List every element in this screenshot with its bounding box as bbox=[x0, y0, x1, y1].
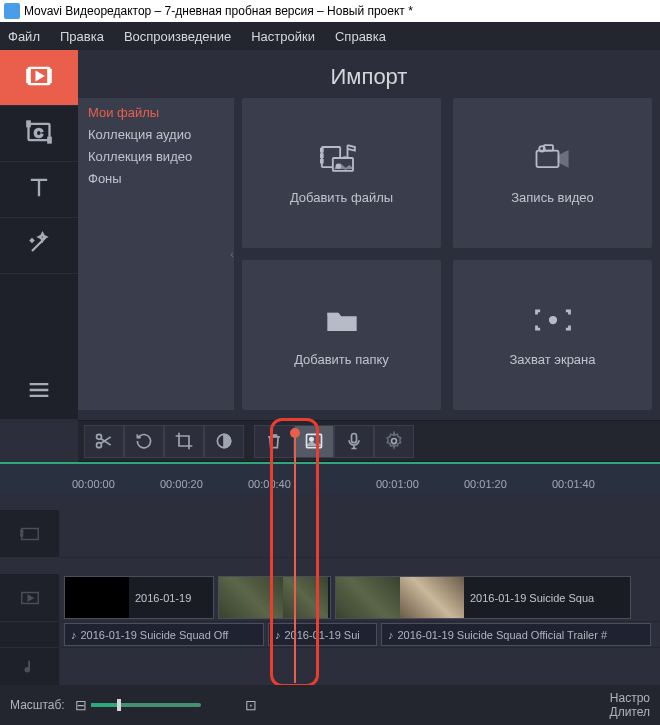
import-tiles: Добавить файлы Запись видео Добавить пап… bbox=[242, 98, 652, 410]
tile-screen-capture[interactable]: Захват экрана bbox=[453, 260, 652, 410]
image-button[interactable] bbox=[294, 425, 334, 458]
film-music-icon bbox=[320, 140, 364, 189]
tile-label: Захват экрана bbox=[509, 351, 595, 368]
tile-label: Запись видео bbox=[511, 189, 593, 206]
rail-import[interactable] bbox=[0, 50, 78, 106]
menu-settings[interactable]: Настройки bbox=[251, 29, 315, 44]
overlay-track-header[interactable] bbox=[0, 510, 60, 558]
import-panel: Импорт Мои файлы Коллекция аудио Коллекц… bbox=[78, 50, 660, 420]
tile-label: Добавить папку bbox=[294, 351, 389, 368]
svg-rect-2 bbox=[27, 75, 29, 77]
title-bar: Movavi Видеоредактор – 7-дневная пробная… bbox=[0, 0, 660, 22]
zoom-label: Масштаб: bbox=[10, 698, 65, 712]
music-track-body[interactable] bbox=[60, 648, 660, 688]
zoom-slider[interactable]: ⊟ ⊡ bbox=[75, 697, 257, 713]
svg-point-28 bbox=[392, 439, 397, 444]
menu-icon bbox=[25, 376, 53, 407]
ruler-tick: 00:00:00 bbox=[72, 478, 115, 490]
rail-text[interactable] bbox=[0, 162, 78, 218]
capture-icon bbox=[531, 302, 575, 351]
svg-rect-3 bbox=[27, 80, 29, 82]
menu-bar: Файл Правка Воспроизведение Настройки Сп… bbox=[0, 22, 660, 50]
video-track-body[interactable]: 2016-01-19 2016-01-19 Suicide Squa bbox=[60, 574, 660, 622]
source-backgrounds[interactable]: Фоны bbox=[78, 168, 234, 190]
tile-add-files[interactable]: Добавить файлы bbox=[242, 98, 441, 248]
import-icon bbox=[25, 62, 53, 93]
audio-clip[interactable]: ♪ 2016-01-19 Suicide Squad Off bbox=[64, 623, 264, 646]
svg-rect-6 bbox=[48, 80, 50, 82]
wand-icon bbox=[25, 230, 53, 261]
clip-thumb bbox=[65, 577, 129, 618]
cut-button[interactable] bbox=[84, 425, 124, 458]
clip-thumb bbox=[219, 577, 283, 618]
menu-file[interactable]: Файл bbox=[8, 29, 40, 44]
rail-crop[interactable]: C bbox=[0, 106, 78, 162]
clip-thumb bbox=[336, 577, 400, 618]
audio-track-header[interactable] bbox=[0, 622, 60, 648]
footer-settings[interactable]: Настро bbox=[610, 691, 650, 705]
rotate-button[interactable] bbox=[124, 425, 164, 458]
zoom-out-icon[interactable]: ⊟ bbox=[75, 697, 87, 713]
menu-help[interactable]: Справка bbox=[335, 29, 386, 44]
mic-button[interactable] bbox=[334, 425, 374, 458]
svg-text:C: C bbox=[34, 126, 42, 139]
svg-rect-5 bbox=[48, 75, 50, 77]
timeline: 2016-01-19 2016-01-19 Suicide Squa ♪ 201… bbox=[0, 510, 660, 688]
collapse-handle[interactable]: ‹ bbox=[230, 248, 234, 260]
ruler-tick: 00:00:20 bbox=[160, 478, 203, 490]
slider-thumb[interactable] bbox=[117, 699, 121, 711]
menu-edit[interactable]: Правка bbox=[60, 29, 104, 44]
crop-button[interactable] bbox=[164, 425, 204, 458]
tile-label: Добавить файлы bbox=[290, 189, 393, 206]
window-title: Movavi Видеоредактор – 7-дневная пробная… bbox=[24, 4, 413, 18]
clip-label: 2016-01-19 Suicide Squad Official Traile… bbox=[398, 629, 608, 641]
audio-clip[interactable]: ♪ 2016-01-19 Suicide Squad Official Trai… bbox=[381, 623, 651, 646]
ruler-tick: 00:01:20 bbox=[464, 478, 507, 490]
source-my-files[interactable]: Мои файлы bbox=[78, 102, 234, 124]
app-icon bbox=[4, 3, 20, 19]
ruler-tick: 00:01:00 bbox=[376, 478, 419, 490]
video-clip[interactable] bbox=[218, 576, 331, 619]
color-button[interactable] bbox=[204, 425, 244, 458]
delete-button[interactable] bbox=[254, 425, 294, 458]
slider-track[interactable] bbox=[91, 703, 201, 707]
tile-record-video[interactable]: Запись видео bbox=[453, 98, 652, 248]
rail-more[interactable] bbox=[0, 364, 78, 420]
settings-button[interactable] bbox=[374, 425, 414, 458]
clip-thumb bbox=[400, 577, 464, 618]
footer-duration: Длител bbox=[610, 705, 650, 719]
left-rail: C bbox=[0, 50, 78, 420]
music-track bbox=[0, 648, 660, 688]
svg-rect-1 bbox=[27, 70, 29, 72]
camera-icon bbox=[531, 140, 575, 189]
clip-label: 2016-01-19 bbox=[129, 592, 213, 604]
video-clip[interactable]: 2016-01-19 bbox=[64, 576, 214, 619]
rail-effects[interactable] bbox=[0, 218, 78, 274]
music-track-header[interactable] bbox=[0, 648, 60, 688]
menu-playback[interactable]: Воспроизведение bbox=[124, 29, 231, 44]
import-sources: Мои файлы Коллекция аудио Коллекция виде… bbox=[78, 98, 234, 410]
svg-rect-27 bbox=[352, 434, 357, 443]
ruler-tick: 00:00:40 bbox=[248, 478, 291, 490]
svg-point-26 bbox=[310, 438, 313, 441]
crop-icon: C bbox=[25, 118, 53, 149]
video-clip[interactable]: 2016-01-19 Suicide Squa bbox=[335, 576, 631, 619]
svg-rect-14 bbox=[320, 160, 322, 163]
video-track-header[interactable] bbox=[0, 574, 60, 622]
svg-rect-18 bbox=[536, 151, 558, 168]
svg-rect-31 bbox=[20, 534, 22, 536]
overlay-track-body[interactable] bbox=[60, 510, 660, 558]
timeline-ruler[interactable]: 00:00:00 00:00:20 00:00:40 00:01:00 00:0… bbox=[0, 464, 660, 494]
source-audio[interactable]: Коллекция аудио bbox=[78, 124, 234, 146]
source-video[interactable]: Коллекция видео bbox=[78, 146, 234, 168]
ruler-tick: 00:01:40 bbox=[552, 478, 595, 490]
clip-label: 2016-01-19 Suicide Squad Off bbox=[81, 629, 229, 641]
overlay-track bbox=[0, 510, 660, 558]
tile-add-folder[interactable]: Добавить папку bbox=[242, 260, 441, 410]
zoom-fit-icon[interactable]: ⊡ bbox=[245, 697, 257, 713]
svg-rect-13 bbox=[320, 154, 322, 157]
audio-track-body[interactable]: ♪ 2016-01-19 Suicide Squad Off ♪ 2016-01… bbox=[60, 622, 660, 648]
audio-clip[interactable]: ♪ 2016-01-19 Sui bbox=[268, 623, 377, 646]
audio-track: ♪ 2016-01-19 Suicide Squad Off ♪ 2016-01… bbox=[0, 622, 660, 648]
svg-rect-4 bbox=[48, 70, 50, 72]
